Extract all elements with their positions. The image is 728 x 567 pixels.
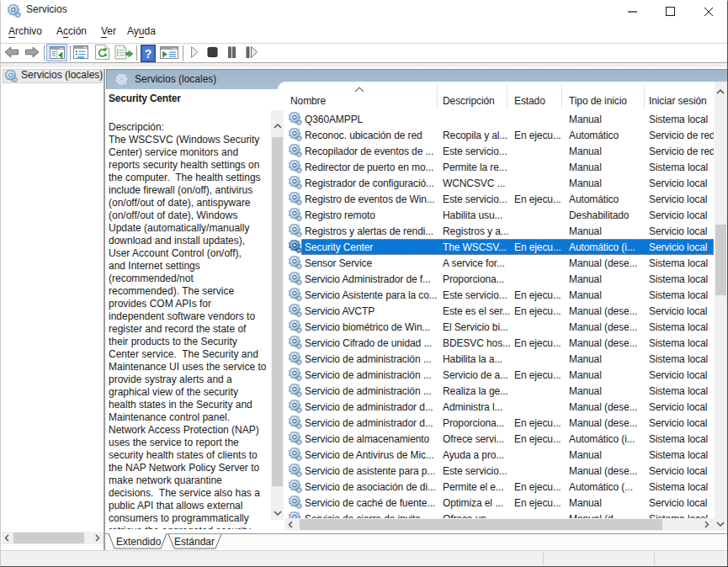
svg-text:?: ? xyxy=(145,47,152,61)
svg-text:Extendido: Extendido xyxy=(116,536,162,548)
svg-text:Estándar: Estándar xyxy=(174,536,215,548)
